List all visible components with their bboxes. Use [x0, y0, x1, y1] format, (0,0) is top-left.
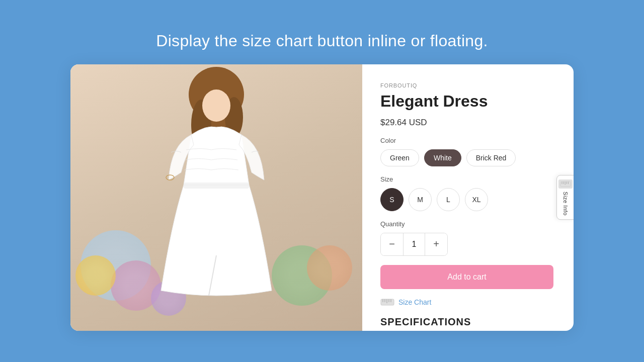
- color-options: Green White Brick Red: [380, 149, 553, 166]
- specifications-heading: SPECIFICATIONS: [380, 316, 553, 328]
- quantity-control: − +: [380, 233, 448, 256]
- size-btn-xl[interactable]: XL: [465, 188, 488, 211]
- product-title: Elegant Dress: [380, 92, 553, 111]
- size-btn-l[interactable]: L: [437, 188, 460, 211]
- size-btn-m[interactable]: M: [409, 188, 432, 211]
- size-options: S M L XL: [380, 188, 553, 211]
- color-label: Color: [380, 137, 553, 144]
- product-price: $29.64 USD: [380, 118, 553, 128]
- floating-size-info-button[interactable]: Size Info: [556, 175, 574, 220]
- quantity-row: − +: [380, 233, 553, 256]
- quantity-label: Quantity: [380, 220, 553, 228]
- color-btn-brick-red[interactable]: Brick Red: [466, 149, 516, 166]
- add-to-cart-button[interactable]: Add to cart: [380, 265, 553, 289]
- page-headline: Display the size chart button inline or …: [156, 32, 488, 50]
- svg-rect-6: [184, 183, 249, 189]
- size-chart-icon: [380, 297, 394, 307]
- size-chart-link[interactable]: Size Chart: [380, 297, 553, 307]
- size-label: Size: [380, 175, 553, 183]
- svg-point-5: [202, 89, 230, 122]
- color-btn-green[interactable]: Green: [380, 149, 419, 166]
- floating-size-info-label: Size Info: [562, 192, 569, 216]
- quantity-input[interactable]: [403, 233, 425, 255]
- ruler-icon: [380, 297, 394, 307]
- size-btn-s[interactable]: S: [380, 188, 404, 211]
- quantity-increase-button[interactable]: +: [425, 233, 447, 255]
- floating-ruler-icon: [558, 179, 573, 189]
- product-card: FORBOUTIQ Elegant Dress $29.64 USD Color…: [70, 64, 574, 331]
- product-details: FORBOUTIQ Elegant Dress $29.64 USD Color…: [362, 64, 574, 331]
- product-image: [70, 64, 362, 331]
- size-chart-text: Size Chart: [398, 298, 431, 306]
- brand-label: FORBOUTIQ: [380, 82, 553, 88]
- color-btn-white[interactable]: White: [424, 149, 461, 166]
- quantity-decrease-button[interactable]: −: [381, 233, 403, 255]
